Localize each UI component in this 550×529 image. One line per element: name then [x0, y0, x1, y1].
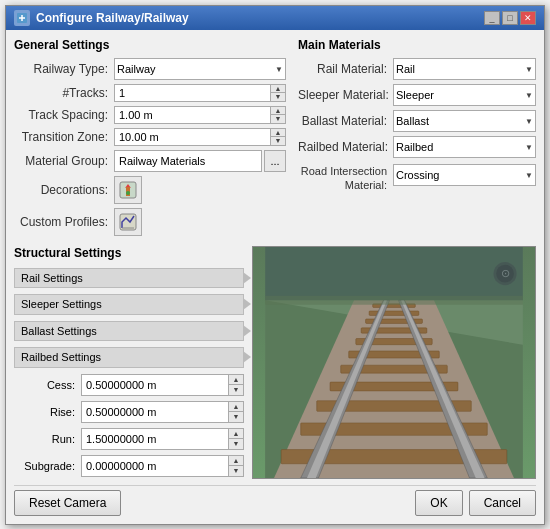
material-group-input[interactable] [114, 150, 262, 172]
rail-settings-label: Rail Settings [21, 272, 83, 284]
custom-profiles-row: Custom Profiles: [14, 208, 286, 236]
general-settings-panel: General Settings Railway Type: Railway #… [14, 38, 286, 240]
rise-spin-buttons: ▲ ▼ [228, 401, 244, 423]
sleeper-settings-section[interactable]: Sleeper Settings [14, 294, 244, 315]
run-increment[interactable]: ▲ [229, 429, 243, 440]
cess-label: Cess: [14, 379, 81, 391]
track-spacing-row: Track Spacing: ▲ ▼ [14, 106, 286, 124]
railbed-material-select[interactable]: Railbed [393, 136, 536, 158]
cess-spin: ▲ ▼ [81, 374, 244, 396]
run-decrement[interactable]: ▼ [229, 439, 243, 449]
cess-row: Cess: ▲ ▼ [14, 374, 244, 396]
ballast-material-select[interactable]: Ballast [393, 110, 536, 132]
close-button[interactable]: ✕ [520, 11, 536, 25]
app-icon [14, 10, 30, 26]
sleeper-material-label: Sleeper Material: [298, 88, 393, 102]
ballast-settings-section[interactable]: Ballast Settings [14, 321, 244, 342]
road-intersection-row: Road IntersectionMaterial: Crossing [298, 162, 536, 193]
preview-panel: ⊙ [252, 246, 536, 479]
rail-material-label: Rail Material: [298, 62, 393, 76]
subgrade-spin: ▲ ▼ [81, 455, 244, 477]
transition-zone-row: Transition Zone: ▲ ▼ [14, 128, 286, 146]
sleeper-material-row: Sleeper Material: Sleeper [298, 84, 536, 106]
subgrade-input[interactable] [81, 455, 228, 477]
tracks-input[interactable] [114, 84, 270, 102]
railway-type-row: Railway Type: Railway [14, 58, 286, 80]
material-group-label: Material Group: [14, 154, 114, 168]
main-materials-title: Main Materials [298, 38, 536, 52]
custom-profiles-label: Custom Profiles: [14, 215, 114, 229]
rise-increment[interactable]: ▲ [229, 402, 243, 413]
subgrade-decrement[interactable]: ▼ [229, 466, 243, 476]
custom-profiles-button[interactable] [114, 208, 142, 236]
railway-type-select[interactable]: Railway [114, 58, 286, 80]
reset-camera-button[interactable]: Reset Camera [14, 490, 121, 516]
rail-material-row: Rail Material: Rail [298, 58, 536, 80]
maximize-button[interactable]: □ [502, 11, 518, 25]
dialog-title: Configure Railway/Railway [36, 11, 189, 25]
tracks-decrement[interactable]: ▼ [271, 93, 285, 101]
track-spacing-label: Track Spacing: [14, 108, 114, 122]
material-group-browse-button[interactable]: ... [264, 150, 286, 172]
subgrade-label: Subgrade: [14, 460, 81, 472]
cess-decrement[interactable]: ▼ [229, 385, 243, 395]
cancel-button[interactable]: Cancel [469, 490, 536, 516]
run-input[interactable] [81, 428, 228, 450]
road-intersection-select[interactable]: Crossing [393, 164, 536, 186]
tracks-increment[interactable]: ▲ [271, 85, 285, 94]
subgrade-spin-buttons: ▲ ▼ [228, 455, 244, 477]
ballast-material-row: Ballast Material: Ballast [298, 110, 536, 132]
title-bar-left: Configure Railway/Railway [14, 10, 189, 26]
ballast-settings-label: Ballast Settings [21, 325, 97, 337]
ok-cancel-buttons: OK Cancel [415, 490, 536, 516]
transition-zone-label: Transition Zone: [14, 130, 114, 144]
sleeper-material-select[interactable]: Sleeper [393, 84, 536, 106]
track-spacing-spin-buttons: ▲ ▼ [270, 106, 286, 124]
railway-preview: ⊙ [252, 246, 536, 479]
rise-decrement[interactable]: ▼ [229, 412, 243, 422]
ballast-material-label: Ballast Material: [298, 114, 393, 128]
cess-input[interactable] [81, 374, 228, 396]
svg-rect-30 [265, 247, 523, 300]
general-settings-title: General Settings [14, 38, 286, 52]
cess-increment[interactable]: ▲ [229, 375, 243, 386]
ballast-material-select-wrapper[interactable]: Ballast [393, 110, 536, 132]
middle-section: Structural Settings Rail Settings Sleepe… [14, 246, 536, 479]
tracks-row: #Tracks: ▲ ▼ [14, 84, 286, 102]
ok-button[interactable]: OK [415, 490, 462, 516]
title-bar: Configure Railway/Railway _ □ ✕ [6, 6, 544, 30]
road-intersection-select-wrapper[interactable]: Crossing [393, 164, 536, 186]
subgrade-row: Subgrade: ▲ ▼ [14, 455, 244, 477]
cess-spin-buttons: ▲ ▼ [228, 374, 244, 396]
track-spacing-decrement[interactable]: ▼ [271, 115, 285, 123]
railbed-params: Cess: ▲ ▼ Rise: [14, 374, 244, 479]
subgrade-increment[interactable]: ▲ [229, 456, 243, 467]
rail-settings-section[interactable]: Rail Settings [14, 268, 244, 289]
rail-material-select-wrapper[interactable]: Rail [393, 58, 536, 80]
rise-row: Rise: ▲ ▼ [14, 401, 244, 423]
track-spacing-increment[interactable]: ▲ [271, 107, 285, 116]
railbed-settings-section[interactable]: Railbed Settings [14, 347, 244, 368]
tracks-spin: ▲ ▼ [114, 84, 286, 102]
railway-type-select-wrapper[interactable]: Railway [114, 58, 286, 80]
transition-zone-input[interactable] [114, 128, 270, 146]
tracks-spin-buttons: ▲ ▼ [270, 84, 286, 102]
transition-zone-decrement[interactable]: ▼ [271, 137, 285, 145]
top-section: General Settings Railway Type: Railway #… [14, 38, 536, 240]
decorations-button[interactable] [114, 176, 142, 204]
rise-input[interactable] [81, 401, 228, 423]
tracks-label: #Tracks: [14, 86, 114, 100]
dialog-content: General Settings Railway Type: Railway #… [6, 30, 544, 524]
svg-rect-31 [265, 295, 523, 304]
decorations-label: Decorations: [14, 183, 114, 197]
run-spin-buttons: ▲ ▼ [228, 428, 244, 450]
svg-point-6 [126, 191, 130, 195]
road-intersection-label: Road IntersectionMaterial: [298, 162, 393, 193]
sleeper-material-select-wrapper[interactable]: Sleeper [393, 84, 536, 106]
railbed-material-select-wrapper[interactable]: Railbed [393, 136, 536, 158]
transition-zone-increment[interactable]: ▲ [271, 129, 285, 138]
rail-material-select[interactable]: Rail [393, 58, 536, 80]
decorations-icon [118, 180, 138, 200]
minimize-button[interactable]: _ [484, 11, 500, 25]
track-spacing-input[interactable] [114, 106, 270, 124]
